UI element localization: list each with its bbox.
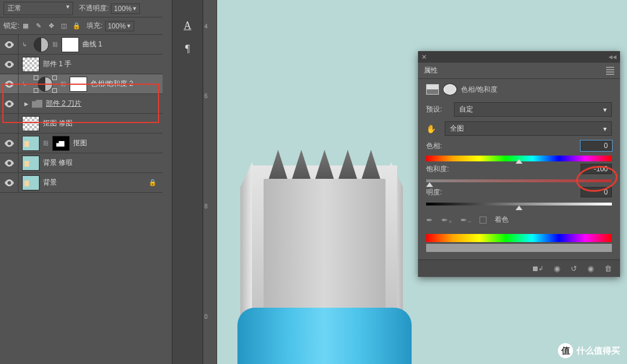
slider-thumb[interactable] [426, 182, 433, 187]
colorize-checkbox[interactable] [480, 217, 487, 224]
layer-name[interactable]: 抠图 [73, 138, 87, 148]
layer-row-selected[interactable]: ↳ ⛓ 色相/饱和度 2 [0, 74, 163, 94]
visibility-icon[interactable] [5, 160, 14, 167]
lightness-slider[interactable] [426, 200, 612, 207]
link-icon: ⛓ [60, 81, 66, 87]
layer-thumb[interactable] [22, 57, 39, 72]
layer-name[interactable]: 部件 1 手 [43, 59, 71, 69]
preset-label: 预设: [426, 104, 449, 114]
mask-selection-brackets [34, 75, 57, 93]
clip-icon: ↳ [22, 81, 30, 87]
layer-row[interactable]: 背景 🔒 [0, 173, 163, 193]
layer-row[interactable]: 背景 修瑕 [0, 153, 163, 173]
visibility-icon[interactable] [5, 61, 14, 68]
mask-thumb[interactable] [70, 77, 87, 92]
visibility-icon[interactable] [5, 100, 14, 107]
reset-icon[interactable]: ↺ [571, 264, 577, 273]
visibility-icon[interactable] [5, 179, 14, 186]
slider-thumb[interactable] [516, 159, 522, 164]
lock-transparency-icon[interactable]: ▦ [21, 22, 30, 30]
paragraph-panel-icon[interactable]: ¶ [172, 37, 203, 60]
saturation-slider[interactable] [426, 176, 612, 183]
fill-value[interactable]: 100% [105, 21, 134, 31]
hue-slider[interactable] [426, 153, 612, 160]
panel-footer: ◉ ↺ ◉ 🗑 [418, 260, 620, 277]
saturation-value[interactable]: -100 [581, 164, 612, 174]
lock-icon[interactable]: 🔒 [149, 179, 157, 186]
layer-name[interactable]: 背景 修瑕 [43, 158, 73, 168]
clip-to-layer-icon[interactable] [533, 265, 543, 272]
layer-thumb[interactable] [22, 175, 39, 190]
preset-select[interactable]: 自定▾ [454, 102, 612, 117]
blend-mode-row: 正常 不透明度: 100% [0, 0, 163, 17]
layer-name[interactable]: 背景 [43, 178, 57, 188]
watermark: 值 什么值得买 [558, 343, 620, 358]
eyedropper-add-icon[interactable]: ✒₊ [441, 215, 452, 225]
lightness-value[interactable]: 0 [581, 187, 612, 197]
slider-thumb[interactable] [516, 206, 522, 210]
layer-name[interactable]: 抠图 修图 [43, 118, 73, 128]
lock-label: 锁定: [3, 21, 19, 31]
eyedropper-subtract-icon[interactable]: ✒₋ [460, 215, 471, 225]
layer-row[interactable]: ▶ 部件 2 刀片 [0, 94, 163, 114]
opacity-value[interactable]: 100% [111, 3, 140, 14]
layers-panel: 正常 不透明度: 100% 锁定: ▦ ✎ ✥ ◫ 🔒 填充: 100% ↳ ⛓… [0, 0, 163, 193]
toggle-visibility-icon[interactable]: ◉ [588, 264, 594, 273]
chevron-down-icon: ▾ [603, 106, 607, 114]
eyedropper-icon[interactable]: ✒ [426, 215, 433, 225]
layer-row[interactable]: 抠图 修图 [0, 114, 163, 134]
visibility-icon[interactable] [5, 140, 14, 147]
view-previous-icon[interactable]: ◉ [554, 264, 560, 273]
eyedropper-row: ✒ ✒₊ ✒₋ 着色 [426, 215, 612, 225]
layer-name[interactable]: 色相/饱和度 2 [91, 79, 133, 89]
channel-row: ✋ 全图▾ [426, 121, 612, 136]
mask-icon[interactable] [444, 84, 456, 95]
link-icon: ⛓ [43, 140, 49, 146]
layer-thumb[interactable] [22, 136, 39, 151]
blend-mode-select[interactable]: 正常 [3, 2, 73, 15]
character-panel-icon[interactable]: A [172, 14, 203, 37]
lock-row: 锁定: ▦ ✎ ✥ ◫ 🔒 填充: 100% [0, 17, 163, 35]
properties-panel: ✕ ◀◀ 属性 色相/饱和度 预设: 自定▾ ✋ 全图▾ 色相: 0 [418, 51, 620, 277]
hue-value[interactable]: 0 [581, 140, 612, 151]
saturation-label: 饱和度: [426, 164, 449, 174]
channel-select[interactable]: 全图▾ [445, 121, 612, 136]
layer-thumb[interactable] [22, 156, 39, 171]
delete-icon[interactable]: 🗑 [604, 264, 612, 273]
layer-name[interactable]: 曲线 1 [82, 39, 102, 49]
close-icon[interactable]: ✕ [421, 53, 427, 61]
preset-row: 预设: 自定▾ [426, 102, 612, 117]
clip-icon: ↳ [22, 41, 30, 48]
adjustment-type-label: 色相/饱和度 [461, 85, 498, 95]
layer-thumb[interactable] [22, 116, 39, 131]
panel-tabbar[interactable]: ✕ ◀◀ [418, 51, 620, 63]
visibility-icon[interactable] [5, 81, 14, 88]
adjustment-type-row: 色相/饱和度 [418, 79, 620, 100]
layer-row[interactable]: 部件 1 手 [0, 55, 163, 74]
scrub-icon[interactable]: ✋ [426, 124, 440, 134]
layer-name[interactable]: 部件 2 刀片 [46, 99, 81, 109]
expand-arrow-icon[interactable]: ▶ [24, 101, 28, 107]
panel-menu-icon[interactable] [606, 67, 614, 75]
layer-row[interactable]: ↳ ⛓ 曲线 1 [0, 35, 163, 55]
lock-position-icon[interactable]: ✥ [47, 22, 55, 30]
colorize-label: 着色 [495, 215, 509, 225]
lock-artboard-icon[interactable]: ◫ [60, 22, 68, 30]
vertical-ruler: 4 6 8 0 [203, 0, 217, 364]
lock-icons: ▦ ✎ ✥ ◫ 🔒 [21, 22, 81, 30]
mask-thumb[interactable] [52, 136, 70, 151]
lock-all-icon[interactable]: 🔒 [73, 22, 81, 30]
ruler-tick: 8 [204, 203, 208, 210]
adjustment-icon[interactable] [426, 84, 439, 95]
lightness-slider-row: 明度: 0 [426, 187, 612, 207]
lock-brush-icon[interactable]: ✎ [34, 22, 42, 30]
saturation-slider-row: 饱和度: -100 [426, 164, 612, 183]
adjustment-thumb [38, 77, 53, 92]
hue-label: 色相: [426, 141, 442, 151]
visibility-icon[interactable] [5, 41, 14, 48]
mask-thumb[interactable] [62, 37, 79, 52]
layer-row[interactable]: ⛓ 抠图 [0, 134, 163, 153]
canvas-image [235, 139, 409, 364]
collapse-icon[interactable]: ◀◀ [608, 54, 617, 60]
ruler-tick: 0 [204, 313, 208, 320]
